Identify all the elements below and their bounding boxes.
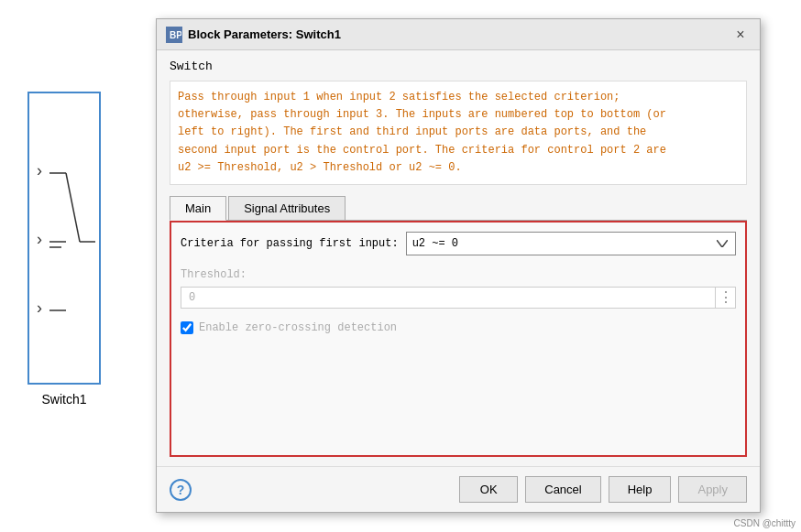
zero-crossing-row: Enable zero-crossing detection [181,321,736,334]
close-button[interactable]: × [730,25,751,45]
criteria-label: Criteria for passing first input: [181,237,399,250]
zero-crossing-label: Enable zero-crossing detection [199,321,397,334]
desc-line-1: Pass through input 1 when input 2 satisf… [178,91,620,103]
title-bar: BP Block Parameters: Switch1 × [157,19,760,50]
switch-block: › › › Switch1 [27,92,101,407]
threshold-input[interactable] [181,288,715,308]
threshold-label: Threshold: [181,268,736,281]
footer-buttons: OK Cancel Help Apply [459,476,747,503]
svg-line-7 [66,173,80,242]
desc-line-3: left to right). The first and third inpu… [178,125,646,138]
dialog-footer: ? OK Cancel Help Apply [157,466,760,512]
desc-line-2: otherwise, pass through input 3. The inp… [178,108,666,121]
threshold-dots-button[interactable]: ⋮ [715,288,735,308]
dialog-content: Switch Pass through input 1 when input 2… [157,50,760,466]
criteria-row: Criteria for passing first input: u2 >= … [181,232,736,255]
footer-left: ? [170,479,192,501]
switch-label: Switch1 [41,392,86,407]
help-button[interactable]: Help [609,476,672,503]
cancel-button[interactable]: Cancel [525,476,600,503]
dialog: BP Block Parameters: Switch1 × Switch Pa… [156,18,761,513]
block-params-icon: BP [166,27,182,43]
tabs-container: Main Signal Attributes [170,196,747,221]
canvas-area: › › › Switch1 [0,0,801,532]
apply-button[interactable]: Apply [678,476,747,503]
help-icon-circle[interactable]: ? [170,479,192,501]
svg-text:›: › [37,230,42,248]
svg-text:BP: BP [170,30,181,40]
threshold-input-row: ⋮ [181,287,736,309]
block-description: Pass through input 1 when input 2 satisf… [170,81,747,185]
watermark: CSDN @chittty [734,518,796,528]
svg-text:›: › [37,299,42,317]
desc-line-5: u2 >= Threshold, u2 > Threshold or u2 ~=… [178,161,462,174]
tab-main[interactable]: Main [170,196,226,221]
tab-main-content: Criteria for passing first input: u2 >= … [170,221,747,457]
title-bar-left: BP Block Parameters: Switch1 [166,27,341,43]
ok-button[interactable]: OK [459,476,518,503]
block-type-label: Switch [170,60,747,73]
svg-text:›: › [37,161,42,179]
dialog-title: Block Parameters: Switch1 [188,27,341,41]
desc-line-4: second input port is the control port. T… [178,144,666,157]
zero-crossing-checkbox[interactable] [181,321,193,334]
switch-diagram: › › › [27,92,101,385]
tab-signal-attributes[interactable]: Signal Attributes [228,196,346,220]
criteria-select[interactable]: u2 >= Threshold u2 > Threshold u2 ~= 0 [406,232,736,255]
